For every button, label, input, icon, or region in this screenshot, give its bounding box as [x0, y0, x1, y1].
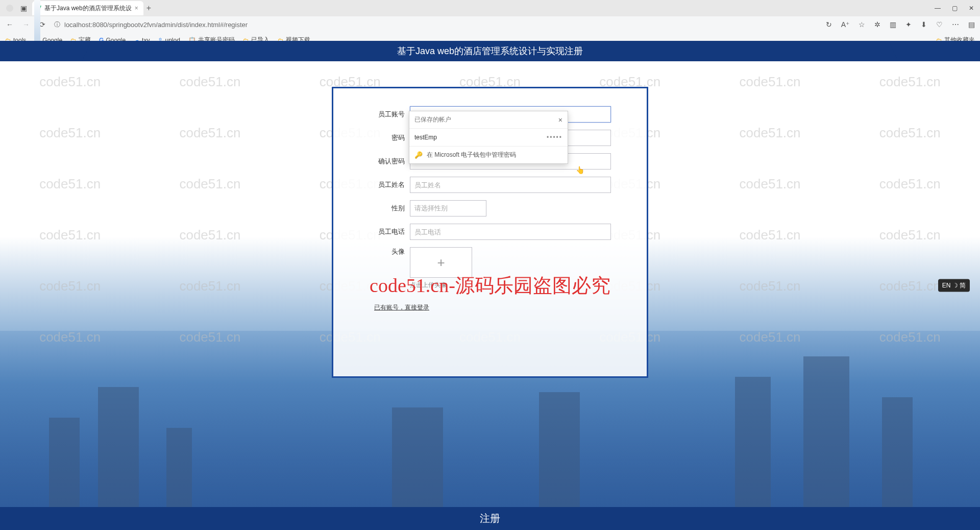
- name-input[interactable]: [410, 177, 611, 193]
- autocomplete-item[interactable]: testEmp •••••: [409, 129, 568, 146]
- page-title: 基于Java web的酒店管理系统设计与实现注册: [397, 45, 583, 57]
- label-account: 员工账号: [354, 110, 410, 119]
- avatar-upload[interactable]: +: [410, 247, 472, 278]
- new-tab-button[interactable]: +: [146, 4, 151, 13]
- label-phone: 员工电话: [354, 227, 410, 236]
- extensions-icon[interactable]: ✲: [874, 20, 880, 29]
- browser-chrome: ▣ V 基于Java web的酒店管理系统设 × + — ▢ ✕ ← → ⟳ ⓘ…: [0, 0, 980, 41]
- maximize-icon[interactable]: ▢: [952, 5, 958, 12]
- key-icon: 🔑: [414, 151, 423, 159]
- favorite-icon[interactable]: ☆: [859, 20, 865, 29]
- wallet-icon[interactable]: ♡: [936, 20, 943, 29]
- cursor-icon: 👆: [576, 166, 584, 174]
- password-autocomplete: 已保存的帐户 × testEmp ••••• 🔑 在 Microsoft 电子钱…: [409, 111, 568, 164]
- forward-button[interactable]: →: [21, 20, 31, 29]
- back-button[interactable]: ←: [5, 20, 14, 29]
- window-controls: — ▢ ✕: [935, 5, 980, 12]
- label-confirm: 确认密码: [354, 157, 410, 166]
- close-window-icon[interactable]: ✕: [969, 5, 974, 12]
- sync-icon[interactable]: ↻: [826, 20, 832, 29]
- label-avatar: 头像: [354, 247, 410, 256]
- close-tab-icon[interactable]: ×: [135, 5, 138, 12]
- avatar-hint: 点击上传头像: [410, 281, 611, 290]
- share-icon[interactable]: ✦: [905, 20, 912, 29]
- register-form: 员工账号 密码 确认密码 员工姓名 性别 请选择性别 员工电话 头像 +: [332, 87, 648, 378]
- close-autocomplete-icon[interactable]: ×: [558, 116, 562, 124]
- autocomplete-header: 已保存的帐户: [414, 115, 451, 124]
- tab-bar: ▣ V 基于Java web的酒店管理系统设 × + — ▢ ✕: [0, 0, 980, 16]
- phone-input[interactable]: [410, 224, 611, 240]
- gender-select[interactable]: 请选择性别: [410, 200, 486, 216]
- login-link[interactable]: 已有账号，直接登录: [374, 304, 429, 311]
- plus-icon: +: [437, 255, 445, 271]
- autocomplete-password-dots: •••••: [547, 134, 562, 141]
- label-gender: 性别: [354, 204, 410, 213]
- page-content: code51.cncode51.cncode51.cncode51.cncode…: [0, 41, 980, 530]
- register-button[interactable]: 注册: [0, 507, 980, 530]
- manage-passwords-link[interactable]: 🔑 在 Microsoft 电子钱包中管理密码: [409, 146, 568, 163]
- page-header: 基于Java web的酒店管理系统设计与实现注册: [0, 41, 980, 61]
- language-badge[interactable]: EN ☽ 简: [938, 279, 970, 292]
- url-input[interactable]: ⓘ localhost:8080/springbootv2fvn/admin/d…: [54, 20, 819, 29]
- minimize-icon[interactable]: —: [935, 5, 941, 12]
- label-name: 员工姓名: [354, 180, 410, 189]
- read-aloud-icon[interactable]: A⁺: [841, 20, 849, 29]
- collections-icon[interactable]: ▥: [890, 20, 896, 29]
- sidebar-icon[interactable]: ▤: [968, 20, 975, 29]
- address-bar: ← → ⟳ ⓘ localhost:8080/springbootv2fvn/a…: [0, 16, 980, 33]
- download-icon[interactable]: ⬇: [921, 20, 927, 29]
- autocomplete-username: testEmp: [414, 134, 437, 141]
- url-text: localhost:8080/springbootv2fvn/admin/dis…: [64, 21, 248, 29]
- profile-icon[interactable]: [6, 5, 13, 12]
- menu-icon[interactable]: ⋯: [952, 20, 959, 29]
- label-password: 密码: [354, 133, 410, 142]
- tabs-overview-icon[interactable]: ▣: [20, 4, 27, 12]
